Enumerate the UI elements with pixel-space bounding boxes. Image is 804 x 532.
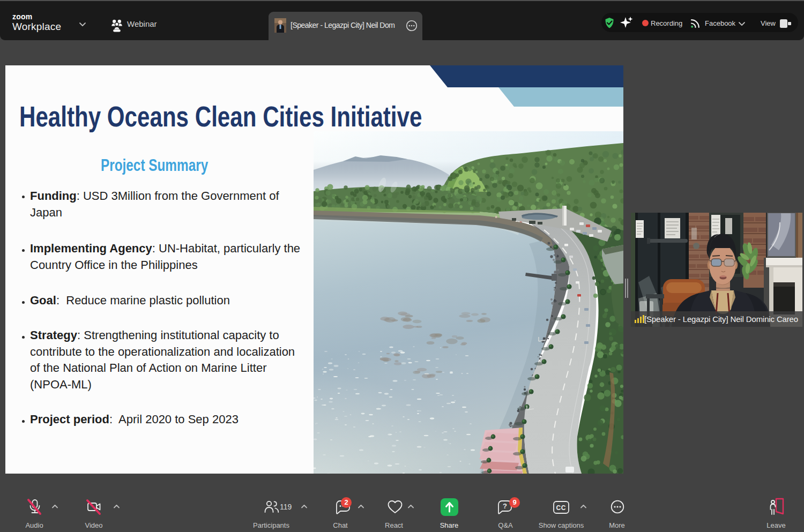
svg-text:CC: CC bbox=[556, 504, 566, 512]
svg-text:?: ? bbox=[503, 502, 507, 510]
